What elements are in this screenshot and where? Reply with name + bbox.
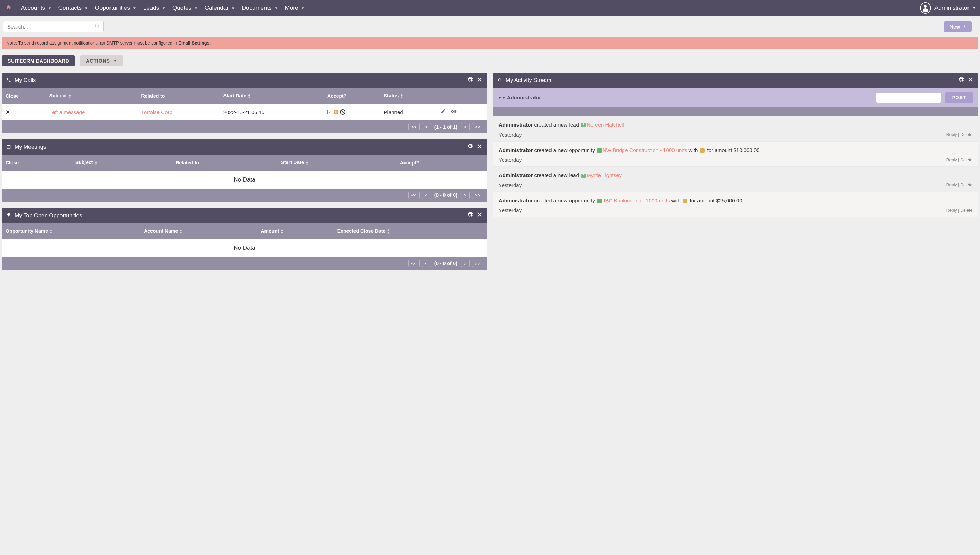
- search-input[interactable]: [3, 21, 104, 32]
- no-data: No Data: [2, 171, 487, 189]
- nav-item-leads[interactable]: Leads▼: [140, 0, 169, 16]
- pager-prev[interactable]: <: [422, 260, 431, 267]
- activity-text: Administrator created a new lead Noreen …: [499, 121, 972, 129]
- decline-icon[interactable]: [340, 109, 345, 115]
- activity-post-input[interactable]: [876, 93, 941, 103]
- activity-stream-dashlet: My Activity Stream ▼▼ Administrator POST…: [493, 73, 978, 217]
- nav-item-more[interactable]: More▼: [281, 0, 308, 16]
- edit-icon[interactable]: [441, 109, 446, 115]
- user-menu[interactable]: Administrator ▼: [920, 2, 976, 14]
- col-start[interactable]: Start Date▲▼: [278, 155, 396, 170]
- tentative-icon[interactable]: ≡: [334, 109, 339, 114]
- activity-link[interactable]: JBC Banking Inc - 1000 units: [603, 197, 670, 204]
- post-button[interactable]: POST: [945, 92, 973, 103]
- actions-button[interactable]: ACTIONS ▼: [80, 55, 123, 66]
- col-amount[interactable]: Amount▲▼: [257, 223, 334, 239]
- col-start[interactable]: Start Date▲▼: [220, 88, 324, 104]
- close-icon[interactable]: [967, 77, 974, 85]
- search-icon[interactable]: [94, 23, 100, 30]
- table-row: ✕ Left a message Tortoise Corp 2022-10-2…: [2, 104, 487, 120]
- view-icon[interactable]: [451, 109, 457, 115]
- sort-icon: ▲▼: [400, 93, 403, 99]
- pager-prev[interactable]: <: [422, 123, 431, 130]
- actions-button-label: ACTIONS: [86, 58, 110, 64]
- col-close-date[interactable]: Expected Close Date▲▼: [334, 223, 487, 239]
- dashlet-header: My Calls: [2, 73, 487, 88]
- gear-icon[interactable]: [467, 77, 473, 85]
- pager-next[interactable]: >: [461, 260, 470, 267]
- pager-next[interactable]: >: [461, 192, 470, 199]
- accept-icon[interactable]: ✓: [327, 109, 332, 114]
- nav-item-accounts[interactable]: Accounts▼: [18, 0, 55, 16]
- pager-last[interactable]: >>: [472, 260, 483, 267]
- activity-link[interactable]: Myrtle Lightsey: [587, 172, 622, 178]
- nav-item-calendar[interactable]: Calendar▼: [201, 0, 238, 16]
- pager: << < (1 - 1 of 1) > >>: [2, 120, 487, 133]
- call-subject-link[interactable]: Left a message: [50, 109, 85, 115]
- pager-prev[interactable]: <: [422, 192, 431, 199]
- pager-first[interactable]: <<: [408, 260, 420, 267]
- new-button[interactable]: New ▼: [944, 21, 972, 32]
- reply-link[interactable]: Reply: [946, 183, 957, 188]
- no-data: No Data: [2, 239, 487, 257]
- col-accept[interactable]: Accept?: [324, 88, 380, 104]
- nav-item-contacts[interactable]: Contacts▼: [55, 0, 91, 16]
- nav-item-opportunities[interactable]: Opportunities▼: [91, 0, 140, 16]
- nav-item-quotes[interactable]: Quotes▼: [169, 0, 201, 16]
- sort-icon: ▲▼: [280, 228, 284, 234]
- delete-link[interactable]: Delete: [960, 132, 972, 137]
- dashlet-title: My Activity Stream: [506, 77, 552, 83]
- dashlet-title: My Calls: [14, 77, 36, 83]
- gear-icon[interactable]: [958, 77, 964, 85]
- delete-link[interactable]: Delete: [960, 183, 972, 188]
- right-column: My Activity Stream ▼▼ Administrator POST…: [493, 73, 978, 276]
- pager-info: (1 - 1 of 1): [433, 124, 459, 130]
- close-icon[interactable]: [476, 77, 483, 85]
- col-status[interactable]: Status▲▼: [380, 88, 438, 104]
- col-close[interactable]: Close: [2, 88, 46, 104]
- gear-icon[interactable]: [467, 143, 473, 151]
- home-icon[interactable]: [4, 4, 18, 12]
- collapse-icon[interactable]: ▼▼: [498, 96, 506, 100]
- nav-item-documents[interactable]: Documents▼: [238, 0, 281, 16]
- activity-item: Administrator created a new lead Myrtle …: [493, 167, 978, 192]
- activity-text: Administrator created a new opportunity …: [499, 146, 972, 154]
- close-icon[interactable]: [476, 143, 483, 151]
- pager: << < (0 - 0 of 0) > >>: [2, 257, 487, 270]
- close-icon[interactable]: [476, 212, 483, 220]
- opp-icon: [597, 149, 602, 152]
- activity-text: Administrator created a new opportunity …: [499, 197, 972, 205]
- col-opp-name[interactable]: Opportunity Name▲▼: [2, 223, 141, 239]
- col-accept[interactable]: Accept?: [396, 155, 487, 170]
- col-account[interactable]: Account Name▲▼: [141, 223, 257, 239]
- col-subject[interactable]: Subject▲▼: [46, 88, 138, 104]
- col-close[interactable]: Close: [2, 155, 72, 170]
- nav-items: Accounts▼Contacts▼Opportunities▼Leads▼Qu…: [18, 0, 920, 16]
- delete-link[interactable]: Delete: [960, 208, 972, 213]
- pager-first[interactable]: <<: [408, 123, 420, 130]
- close-row-icon[interactable]: ✕: [6, 109, 10, 115]
- activity-link[interactable]: Noreen Hatchell: [587, 122, 624, 128]
- delete-link[interactable]: Delete: [960, 157, 972, 162]
- call-related-link[interactable]: Tortoise Corp: [141, 109, 173, 115]
- pager-last[interactable]: >>: [472, 123, 483, 130]
- col-related[interactable]: Related to: [138, 88, 220, 104]
- activity-actions: Reply | Delete: [946, 208, 972, 213]
- call-start-date: 2022-10-21 06:15: [224, 109, 264, 115]
- reply-link[interactable]: Reply: [946, 208, 957, 213]
- col-related[interactable]: Related to: [172, 155, 277, 170]
- sort-icon: ▲▼: [179, 228, 182, 234]
- gear-icon[interactable]: [467, 212, 473, 220]
- svg-point-0: [95, 24, 98, 27]
- activity-link[interactable]: NW Bridge Construction - 1000 units: [603, 147, 687, 153]
- bell-icon: [497, 77, 502, 83]
- col-subject[interactable]: Subject▲▼: [72, 155, 173, 170]
- reply-link[interactable]: Reply: [946, 157, 957, 162]
- reply-link[interactable]: Reply: [946, 132, 957, 137]
- pager-last[interactable]: >>: [472, 192, 483, 199]
- activity-list[interactable]: Administrator created a new lead Noreen …: [493, 116, 978, 217]
- email-settings-link[interactable]: Email Settings: [178, 40, 209, 46]
- pager-first[interactable]: <<: [408, 192, 420, 199]
- pager-next[interactable]: >: [461, 123, 470, 130]
- heading-row: SUITECRM DASHBOARD ACTIONS ▼: [0, 55, 980, 73]
